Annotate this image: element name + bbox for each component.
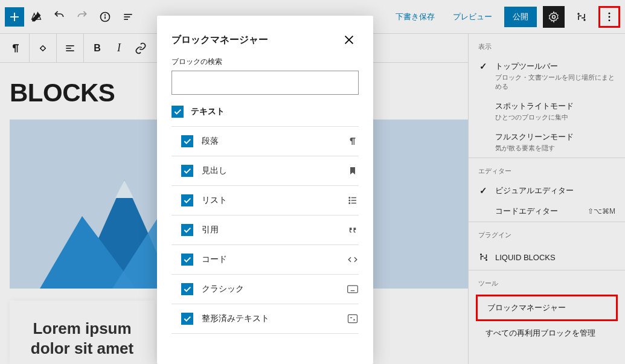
text-overlay-block[interactable]: Lorem ipsum dolor sit amet <box>10 301 155 364</box>
svg-point-9 <box>577 13 579 14</box>
list-icon <box>347 195 359 206</box>
settings-button[interactable] <box>543 6 565 28</box>
outline-button[interactable] <box>117 6 139 28</box>
block-search-input[interactable] <box>171 71 359 95</box>
block-label: コード <box>202 254 338 265</box>
menu-block-manager[interactable]: ブロックマネージャー <box>476 295 618 321</box>
menu-top-toolbar[interactable]: トップツールバー ブロック・文書ツールを同じ場所にまとめる <box>469 56 625 96</box>
menu-visual-editor[interactable]: ビジュアルエディター <box>469 180 625 201</box>
modal-close-button[interactable] <box>339 30 359 49</box>
svg-point-10 <box>583 19 585 21</box>
svg-point-38 <box>349 200 350 201</box>
top-right-tools: 下書き保存 プレビュー 公開 <box>389 6 620 28</box>
block-checkbox[interactable] <box>181 224 193 236</box>
block-checkbox[interactable] <box>181 165 193 177</box>
redo-button[interactable] <box>71 6 93 28</box>
paragraph-icon[interactable] <box>5 37 27 59</box>
align-button[interactable] <box>59 37 81 59</box>
svg-point-37 <box>349 197 350 199</box>
search-label: ブロックの検索 <box>171 57 359 67</box>
info-button[interactable] <box>94 6 116 28</box>
block-checkbox[interactable] <box>181 254 193 266</box>
menu-spotlight[interactable]: スポットライトモード ひとつのブロックに集中 <box>469 96 625 127</box>
block-label: 整形済みテキスト <box>202 313 338 324</box>
menu-title: すべての再利用ブロックを管理 <box>486 328 595 339</box>
quote-icon <box>347 225 359 235</box>
svg-point-15 <box>609 12 611 14</box>
section-label-plugin: プラグイン <box>469 222 625 244</box>
modal-body: ブロックの検索 テキスト 段落見出しリスト引用コードクラシック整形済みテキスト <box>157 57 373 364</box>
top-left-tools <box>5 6 139 28</box>
block-checkbox[interactable] <box>181 194 193 206</box>
preformatted-icon <box>347 313 359 324</box>
menu-desc: 気が散る要素を隠す <box>495 144 574 153</box>
block-label: リスト <box>202 195 338 206</box>
menu-code-editor[interactable]: コードエディター ⇧⌥⌘M <box>469 201 625 222</box>
category-header: テキスト <box>171 95 359 127</box>
preview-button[interactable]: プレビュー <box>447 8 498 26</box>
plugin-icon <box>478 252 489 263</box>
bold-button[interactable]: B <box>86 37 108 59</box>
move-up-down[interactable] <box>32 37 54 59</box>
svg-point-8 <box>553 15 556 18</box>
menu-title: スポットライトモード <box>495 101 574 112</box>
menu-desc: ブロック・文書ツールを同じ場所にまとめる <box>495 73 615 91</box>
pilcrow-icon <box>347 136 359 147</box>
italic-button[interactable]: I <box>108 37 130 59</box>
menu-liquid-blocks[interactable]: LIQUID BLOCKS <box>469 244 625 270</box>
block-item[interactable]: リスト <box>171 186 359 216</box>
block-item[interactable]: 段落 <box>171 127 359 156</box>
section-label-editor: エディター <box>469 158 625 180</box>
more-menu-panel: 表示 トップツールバー ブロック・文書ツールを同じ場所にまとめる スポットライト… <box>468 34 625 364</box>
section-label-view: 表示 <box>469 34 625 56</box>
svg-marker-22 <box>115 180 133 198</box>
svg-point-26 <box>480 254 482 255</box>
svg-rect-40 <box>348 286 358 293</box>
block-item[interactable]: 見出し <box>171 156 359 186</box>
block-checkbox[interactable] <box>181 283 193 295</box>
menu-fullscreen[interactable]: フルスクリーンモード 気が散る要素を隠す <box>469 127 625 158</box>
bookmark-icon <box>347 165 359 176</box>
block-checkbox[interactable] <box>181 135 193 147</box>
block-label: 見出し <box>202 165 338 176</box>
more-menu-button[interactable] <box>598 6 620 28</box>
category-checkbox[interactable] <box>171 106 184 118</box>
svg-rect-46 <box>348 315 357 322</box>
block-label: 段落 <box>202 136 338 147</box>
category-title: テキスト <box>191 106 225 117</box>
block-manager-modal: ブロックマネージャー ブロックの検索 テキスト 段落見出しリスト引用コードクラシ… <box>157 16 373 364</box>
edit-mode-button[interactable] <box>25 6 47 28</box>
svg-point-16 <box>609 16 611 18</box>
modal-title: ブロックマネージャー <box>171 34 268 46</box>
modal-header: ブロックマネージャー <box>157 16 373 57</box>
publish-button[interactable]: 公開 <box>504 7 537 27</box>
menu-title: ビジュアルエディター <box>495 185 574 196</box>
block-item[interactable]: コード <box>171 245 359 275</box>
link-button[interactable] <box>130 37 152 59</box>
block-item[interactable]: クラシック <box>171 275 359 304</box>
menu-shortcut: ⇧⌥⌘M <box>588 207 615 216</box>
block-checkbox[interactable] <box>181 313 193 325</box>
block-item[interactable]: 引用 <box>171 216 359 245</box>
save-draft-button[interactable]: 下書き保存 <box>389 8 441 26</box>
menu-desc: ひとつのブロックに集中 <box>495 113 574 122</box>
block-label: 引用 <box>202 225 338 235</box>
block-label: クラシック <box>202 284 338 295</box>
lorem-text: Lorem ipsum dolor sit amet <box>22 319 143 358</box>
menu-title: フルスクリーンモード <box>495 132 574 142</box>
svg-point-17 <box>609 19 611 21</box>
jetpack-button[interactable] <box>571 6 592 28</box>
block-list: 段落見出しリスト引用コードクラシック整形済みテキスト <box>171 127 359 334</box>
menu-title: ブロックマネージャー <box>487 303 566 312</box>
menu-reusable-blocks[interactable]: すべての再利用ブロックを管理 <box>469 323 625 343</box>
menu-title: コードエディター <box>495 206 558 217</box>
svg-point-27 <box>486 259 487 261</box>
svg-point-48 <box>354 319 354 320</box>
add-block-button[interactable] <box>5 7 24 27</box>
section-label-tools: ツール <box>469 270 625 293</box>
block-item[interactable]: 整形済みテキスト <box>171 304 359 334</box>
keyboard-icon <box>347 284 359 294</box>
plugin-label: LIQUID BLOCKS <box>495 253 556 262</box>
menu-title: トップツールバー <box>495 61 615 72</box>
undo-button[interactable] <box>48 6 70 28</box>
